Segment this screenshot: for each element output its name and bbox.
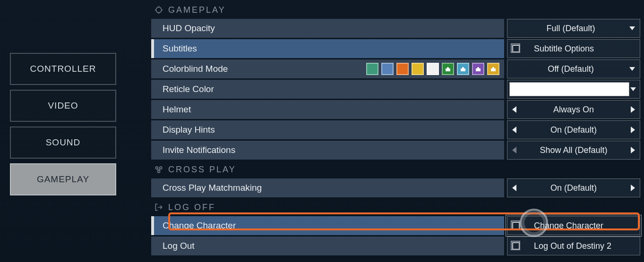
submenu-icon bbox=[512, 222, 520, 229]
arrow-left-icon bbox=[512, 127, 516, 133]
colorblind-dropdown[interactable]: Off (Default) bbox=[507, 59, 640, 78]
row-display-hints: Display Hints On (Default) bbox=[151, 120, 640, 139]
sidebar-item-label: SOUND bbox=[46, 137, 81, 148]
stepper-value: On (Default) bbox=[550, 183, 597, 193]
hud-opacity-dropdown[interactable]: Full (Default) bbox=[507, 19, 640, 38]
svg-point-3 bbox=[158, 170, 160, 173]
invite-notifications-stepper[interactable]: Show All (Default) bbox=[507, 141, 640, 160]
sidebar-item-label: VIDEO bbox=[48, 101, 78, 111]
row-subtitles: Subtitles Subtitle Options bbox=[151, 39, 640, 58]
reticle-color-picker[interactable] bbox=[507, 80, 640, 99]
row-crossplay-matchmaking: Cross Play Matchmaking On (Default) bbox=[151, 178, 640, 197]
chevron-down-icon bbox=[629, 67, 635, 71]
color-swatch bbox=[427, 63, 439, 75]
submenu-label: Change Character bbox=[534, 221, 603, 231]
change-character-button[interactable]: Change Character bbox=[507, 216, 640, 235]
stepper-value: Show All (Default) bbox=[540, 145, 607, 155]
chevron-down-icon bbox=[630, 87, 636, 91]
sidebar-item-label: GAMEPLAY bbox=[37, 174, 89, 185]
row-colorblind-mode: Colorblind Mode Off (Default) bbox=[151, 59, 640, 78]
row-label: Log Out bbox=[151, 237, 504, 255]
color-swatch bbox=[509, 82, 629, 96]
color-swatch bbox=[366, 63, 378, 75]
arrow-left-icon bbox=[512, 147, 516, 153]
section-header-label: GAMEPLAY bbox=[168, 5, 226, 15]
subtitle-options-button[interactable]: Subtitle Options bbox=[507, 39, 640, 58]
settings-panel: GAMEPLAY HUD Opacity Full (Default) Subt… bbox=[151, 0, 640, 262]
dropdown-value: Full (Default) bbox=[512, 24, 629, 34]
row-label: Invite Notifications bbox=[151, 141, 504, 160]
arrow-right-icon bbox=[631, 185, 635, 191]
crosshair-icon bbox=[154, 5, 163, 15]
arrow-right-icon bbox=[631, 127, 635, 133]
row-label: Reticle Color bbox=[151, 80, 504, 99]
log-out-button[interactable]: Log Out of Destiny 2 bbox=[507, 237, 640, 255]
row-label: Change Character bbox=[151, 216, 504, 235]
arrow-left-icon bbox=[512, 106, 516, 113]
color-swatch bbox=[442, 63, 454, 75]
color-swatch bbox=[412, 63, 424, 75]
svg-point-0 bbox=[156, 7, 162, 13]
arrow-left-icon bbox=[512, 185, 516, 191]
row-hud-opacity: HUD Opacity Full (Default) bbox=[151, 19, 640, 38]
submenu-label: Subtitle Options bbox=[534, 44, 594, 54]
row-reticle-color: Reticle Color bbox=[151, 80, 640, 99]
sidebar-item-controller[interactable]: CONTROLLER bbox=[10, 53, 116, 85]
row-label: Colorblind Mode bbox=[151, 59, 504, 78]
crossplay-icon bbox=[154, 165, 163, 174]
arrow-right-icon bbox=[631, 106, 635, 113]
row-log-out: Log Out Log Out of Destiny 2 bbox=[151, 237, 640, 255]
display-hints-stepper[interactable]: On (Default) bbox=[507, 120, 640, 139]
row-label: Cross Play Matchmaking bbox=[151, 178, 504, 197]
section-header-crossplay: CROSS PLAY bbox=[151, 162, 640, 177]
settings-category-sidebar: CONTROLLER VIDEO SOUND GAMEPLAY bbox=[10, 53, 116, 195]
color-swatch bbox=[487, 63, 499, 75]
color-swatch bbox=[396, 63, 409, 75]
crossplay-matchmaking-stepper[interactable]: On (Default) bbox=[507, 178, 640, 197]
arrow-right-icon bbox=[631, 147, 635, 153]
row-label: Display Hints bbox=[151, 120, 504, 139]
section-header-label: CROSS PLAY bbox=[168, 165, 236, 175]
row-helmet: Helmet Always On bbox=[151, 100, 640, 119]
section-header-label: LOG OFF bbox=[168, 203, 215, 212]
row-label: HUD Opacity bbox=[151, 19, 504, 38]
submenu-icon bbox=[512, 45, 520, 52]
sidebar-item-sound[interactable]: SOUND bbox=[10, 127, 116, 159]
chevron-down-icon bbox=[629, 26, 635, 30]
stepper-value: On (Default) bbox=[550, 125, 597, 135]
sidebar-item-gameplay[interactable]: GAMEPLAY bbox=[10, 163, 116, 195]
color-swatch bbox=[472, 63, 484, 75]
row-change-character: Change Character Change Character bbox=[151, 216, 640, 235]
colorblind-swatches bbox=[366, 63, 499, 75]
stepper-value: Always On bbox=[553, 105, 594, 115]
helmet-stepper[interactable]: Always On bbox=[507, 100, 640, 119]
row-label: Helmet bbox=[151, 100, 504, 119]
submenu-icon bbox=[512, 242, 520, 250]
section-header-gameplay: GAMEPLAY bbox=[151, 3, 640, 17]
sidebar-item-video[interactable]: VIDEO bbox=[10, 90, 116, 122]
dropdown-value: Off (Default) bbox=[512, 64, 629, 74]
logoff-icon bbox=[154, 203, 163, 212]
row-invite-notifications: Invite Notifications Show All (Default) bbox=[151, 141, 640, 160]
section-header-logoff: LOG OFF bbox=[151, 200, 640, 214]
submenu-label: Log Out of Destiny 2 bbox=[534, 241, 611, 251]
color-swatch bbox=[381, 63, 394, 75]
color-swatch bbox=[457, 63, 469, 75]
row-label: Subtitles bbox=[151, 39, 504, 58]
sidebar-item-label: CONTROLLER bbox=[30, 64, 96, 74]
